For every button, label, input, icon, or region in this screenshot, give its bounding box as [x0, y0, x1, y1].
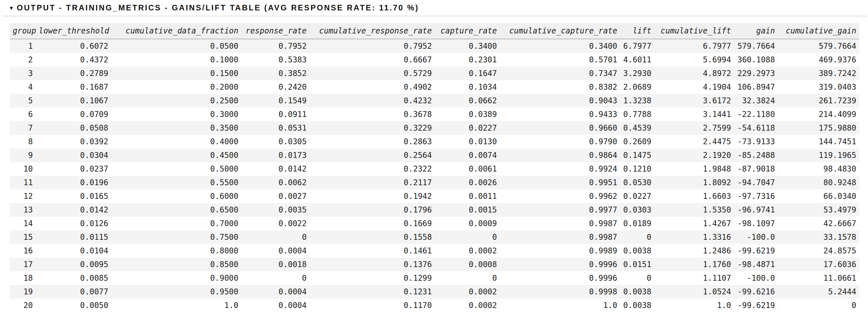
cell-cumulative_gain: 469.9376	[778, 53, 859, 67]
cell-capture_rate: 0.2301	[435, 53, 500, 67]
cell-lower_threshold: 0.1067	[36, 94, 111, 108]
cell-group: 3	[10, 67, 36, 80]
cell-lower_threshold: 0.0126	[36, 217, 111, 230]
cell-lift: 0	[620, 230, 654, 244]
cell-gain: -94.7047	[734, 176, 778, 189]
table-row: 120.01650.60000.00270.19420.00110.99620.…	[10, 189, 859, 203]
table-header-row: grouplower_thresholdcumulative_data_frac…	[10, 23, 859, 39]
table-row: 10.60720.05000.79520.79520.34000.34006.7…	[10, 39, 859, 53]
cell-cumulative_gain: 66.0340	[778, 189, 859, 203]
cell-cumulative_gain: 0	[778, 298, 859, 312]
cell-gain: 106.8947	[734, 80, 778, 94]
cell-lower_threshold: 0.2789	[36, 67, 111, 80]
column-header-cumulative_response_rate: cumulative_response_rate	[310, 23, 435, 39]
table-row: 110.01960.55000.00620.21170.00260.99510.…	[10, 176, 859, 189]
cell-cumulative_data_fraction: 1.0	[111, 298, 241, 312]
cell-cumulative_data_fraction: 0.2000	[111, 80, 241, 94]
cell-response_rate: 0.0004	[241, 285, 310, 298]
cell-cumulative_lift: 1.1760	[654, 258, 734, 271]
cell-group: 1	[10, 39, 36, 53]
table-row: 40.16870.20000.24200.49020.10340.83822.0…	[10, 80, 859, 94]
cell-cumulative_gain: 11.0661	[778, 271, 859, 285]
cell-cumulative_lift: 1.3316	[654, 230, 734, 244]
cell-capture_rate: 0.0662	[435, 94, 500, 108]
cell-cumulative_lift: 5.6994	[654, 53, 734, 67]
cell-cumulative_data_fraction: 0.1000	[111, 53, 241, 67]
triangle-down-icon[interactable]: ▾	[10, 5, 13, 11]
table-row: 180.00850.900000.129900.999601.1107-100.…	[10, 271, 859, 285]
column-header-lower_threshold: lower_threshold	[36, 23, 111, 39]
cell-cumulative_gain: 579.7664	[778, 39, 859, 53]
table-row: 190.00770.95000.00040.12310.00020.99980.…	[10, 285, 859, 298]
cell-cumulative_data_fraction: 0.5000	[111, 162, 241, 176]
cell-gain: -96.9741	[734, 203, 778, 217]
cell-capture_rate: 0.0002	[435, 285, 500, 298]
cell-cumulative_capture_rate: 0.8382	[500, 80, 620, 94]
cell-capture_rate: 0.1034	[435, 80, 500, 94]
cell-capture_rate: 0.3400	[435, 39, 500, 53]
table-row: 30.27890.15000.38520.57290.16470.73473.2…	[10, 67, 859, 80]
cell-gain: -98.1097	[734, 217, 778, 230]
cell-cumulative_response_rate: 0.3678	[310, 108, 435, 121]
cell-cumulative_data_fraction: 0.4000	[111, 135, 241, 148]
cell-capture_rate: 0	[435, 271, 500, 285]
cell-lower_threshold: 0.0095	[36, 258, 111, 271]
cell-cumulative_response_rate: 0.2322	[310, 162, 435, 176]
cell-cumulative_lift: 1.0	[654, 298, 734, 312]
cell-cumulative_lift: 3.1441	[654, 108, 734, 121]
cell-gain: -73.9133	[734, 135, 778, 148]
table-row: 60.07090.30000.09110.36780.03890.94330.7…	[10, 108, 859, 121]
cell-cumulative_lift: 3.6172	[654, 94, 734, 108]
cell-response_rate: 0.0305	[241, 135, 310, 148]
cell-group: 10	[10, 162, 36, 176]
cell-cumulative_capture_rate: 0.3400	[500, 39, 620, 53]
cell-response_rate: 0.0022	[241, 217, 310, 230]
cell-lift: 0.0530	[620, 176, 654, 189]
cell-cumulative_response_rate: 0.7952	[310, 39, 435, 53]
cell-cumulative_response_rate: 0.1299	[310, 271, 435, 285]
cell-lower_threshold: 0.0085	[36, 271, 111, 285]
cell-cumulative_gain: 119.1965	[778, 148, 859, 162]
cell-response_rate: 0.0018	[241, 258, 310, 271]
cell-cumulative_response_rate: 0.1796	[310, 203, 435, 217]
cell-cumulative_capture_rate: 0.9043	[500, 94, 620, 108]
cell-cumulative_data_fraction: 0.0500	[111, 39, 241, 53]
cell-group: 7	[10, 121, 36, 135]
cell-lift: 0.0151	[620, 258, 654, 271]
cell-lift: 1.3238	[620, 94, 654, 108]
cell-cumulative_lift: 1.4267	[654, 217, 734, 230]
table-row: 160.01040.80000.00040.14610.00020.99890.…	[10, 244, 859, 258]
section-title: OUTPUT - TRAINING_METRICS - GAINS/LIFT T…	[17, 3, 419, 12]
table-row: 150.01150.750000.155800.998701.3316-100.…	[10, 230, 859, 244]
cell-cumulative_response_rate: 0.1461	[310, 244, 435, 258]
section-header-toggle[interactable]: ▾ OUTPUT - TRAINING_METRICS - GAINS/LIFT…	[3, 2, 867, 16]
cell-cumulative_response_rate: 0.2863	[310, 135, 435, 148]
cell-response_rate: 0	[241, 230, 310, 244]
cell-cumulative_response_rate: 0.1170	[310, 298, 435, 312]
cell-gain: -99.6219	[734, 298, 778, 312]
cell-cumulative_lift: 1.8092	[654, 176, 734, 189]
cell-capture_rate: 0.0015	[435, 203, 500, 217]
cell-lower_threshold: 0.0077	[36, 285, 111, 298]
table-row: 70.05080.35000.05310.32290.02270.96600.4…	[10, 121, 859, 135]
cell-lower_threshold: 0.0115	[36, 230, 111, 244]
cell-group: 15	[10, 230, 36, 244]
cell-cumulative_capture_rate: 0.9951	[500, 176, 620, 189]
cell-capture_rate: 0.0011	[435, 189, 500, 203]
cell-cumulative_data_fraction: 0.6500	[111, 203, 241, 217]
column-header-lift: lift	[620, 23, 654, 39]
cell-cumulative_response_rate: 0.6667	[310, 53, 435, 67]
cell-gain: -98.4871	[734, 258, 778, 271]
cell-group: 8	[10, 135, 36, 148]
cell-cumulative_lift: 1.9848	[654, 162, 734, 176]
cell-cumulative_capture_rate: 0.9987	[500, 230, 620, 244]
cell-cumulative_capture_rate: 0.9924	[500, 162, 620, 176]
cell-lower_threshold: 0.0392	[36, 135, 111, 148]
cell-gain: -54.6118	[734, 121, 778, 135]
cell-cumulative_data_fraction: 0.7000	[111, 217, 241, 230]
cell-lift: 6.7977	[620, 39, 654, 53]
cell-cumulative_data_fraction: 0.9000	[111, 271, 241, 285]
cell-capture_rate: 0.0008	[435, 258, 500, 271]
cell-group: 5	[10, 94, 36, 108]
column-header-group: group	[10, 23, 36, 39]
